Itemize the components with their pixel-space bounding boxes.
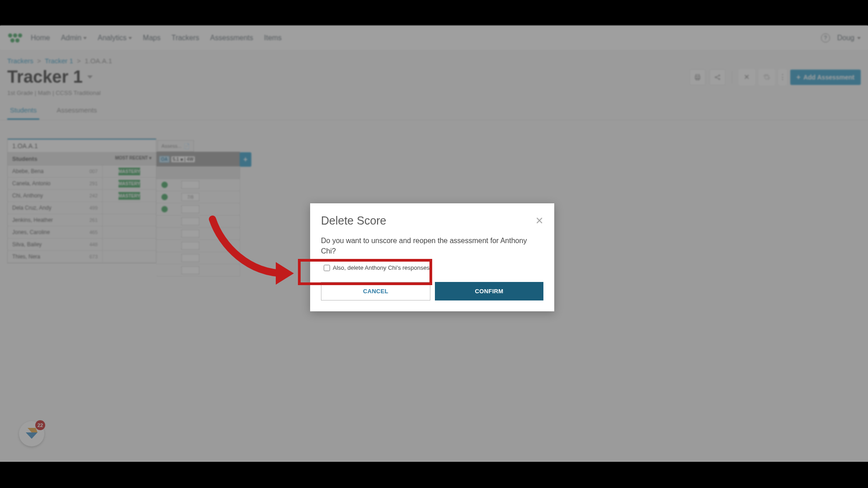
confirm-button[interactable]: CONFIRM (435, 282, 543, 300)
close-icon[interactable]: ✕ (535, 215, 543, 227)
delete-responses-label: Also, delete Anthony Chi's responses (333, 264, 429, 271)
delete-score-modal: Delete Score ✕ Do you want to unscore an… (310, 203, 554, 311)
delete-responses-checkbox-row[interactable]: Also, delete Anthony Chi's responses (321, 262, 543, 274)
cancel-button[interactable]: CANCEL (321, 282, 430, 300)
modal-message: Do you want to unscore and reopen the as… (321, 235, 543, 256)
delete-responses-checkbox[interactable] (324, 265, 330, 271)
modal-title: Delete Score (321, 214, 387, 227)
